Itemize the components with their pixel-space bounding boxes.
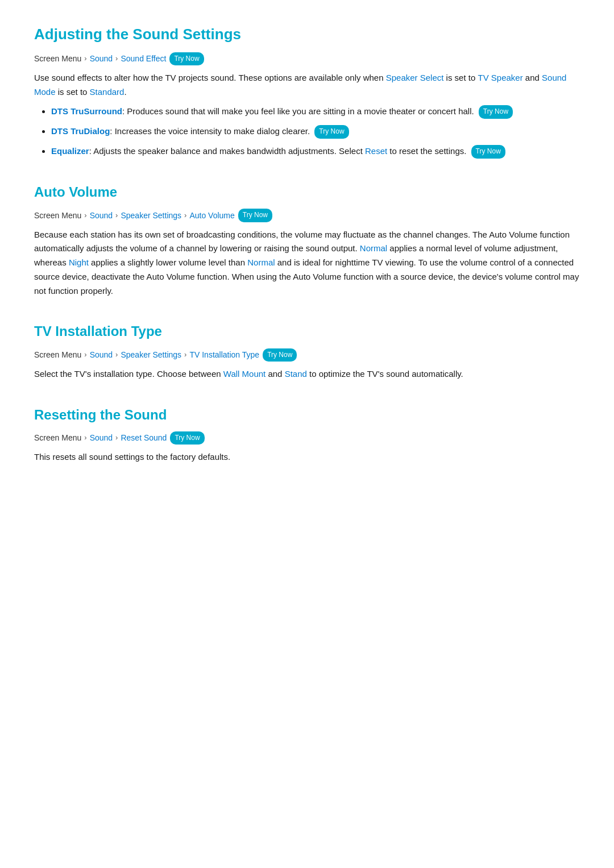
breadcrumb-tv-installation-type[interactable]: TV Installation Type [189,348,259,361]
try-now-dts-trudialog[interactable]: Try Now [314,125,349,139]
breadcrumb-auto-volume[interactable]: Auto Volume [189,209,234,222]
term-dts-trudialog: DTS TruDialog [51,126,110,136]
breadcrumb-sound-2[interactable]: Sound [90,209,113,222]
heading-tv-installation: TV Installation Type [34,321,580,342]
heading-adjusting-sound: Adjusting the Sound Settings [34,23,580,47]
breadcrumb-sound-1[interactable]: Sound [90,52,113,65]
bullet-equalizer: Equalizer: Adjusts the speaker balance a… [51,144,580,159]
sep7: › [115,349,118,361]
link-speaker-select[interactable]: Speaker Select [386,73,444,82]
section-auto-volume: Auto Volume Screen Menu › Sound › Speake… [34,181,580,298]
breadcrumb-sound-3[interactable]: Sound [90,348,113,361]
sep8: › [184,349,186,361]
link-normal-1[interactable]: Normal [360,243,387,253]
breadcrumb-auto-volume: Screen Menu › Sound › Speaker Settings ›… [34,209,580,222]
breadcrumb-adjusting-sound: Screen Menu › Sound › Sound Effect Try N… [34,52,580,65]
link-reset[interactable]: Reset [365,146,387,156]
section-tv-installation: TV Installation Type Screen Menu › Sound… [34,321,580,381]
link-wall-mount[interactable]: Wall Mount [223,369,265,379]
bullet-dts-trusurround: DTS TruSurround: Produces sound that wil… [51,105,580,119]
section-resetting-sound: Resetting the Sound Screen Menu › Sound … [34,404,580,464]
heading-resetting-sound: Resetting the Sound [34,404,580,426]
try-now-tv-installation[interactable]: Try Now [263,348,297,362]
term-equalizer: Equalizer [51,146,89,156]
breadcrumb-screen-menu-2: Screen Menu [34,209,81,222]
bullet-dts-trudialog: DTS TruDialog: Increases the voice inten… [51,124,580,139]
body-resetting-sound: This resets all sound settings to the fa… [34,450,580,464]
sep1: › [84,53,86,65]
sep4: › [115,210,118,222]
breadcrumb-screen-menu-4: Screen Menu [34,431,81,444]
breadcrumb-reset-sound[interactable]: Reset Sound [121,431,167,444]
link-standard[interactable]: Standard [90,87,125,97]
sep6: › [84,349,86,361]
section-adjusting-sound: Adjusting the Sound Settings Screen Menu… [34,23,580,159]
term-dts-trusurround: DTS TruSurround [51,106,122,116]
link-stand[interactable]: Stand [285,369,307,379]
breadcrumb-screen-menu-3: Screen Menu [34,348,81,361]
breadcrumb-sound-4[interactable]: Sound [90,431,113,444]
heading-auto-volume: Auto Volume [34,181,580,203]
breadcrumb-tv-installation: Screen Menu › Sound › Speaker Settings ›… [34,348,580,362]
try-now-sound-effect[interactable]: Try Now [169,52,204,65]
link-tv-speaker[interactable]: TV Speaker [478,73,522,82]
breadcrumb-speaker-settings-2[interactable]: Speaker Settings [121,348,181,361]
try-now-auto-volume[interactable]: Try Now [238,209,272,222]
body-adjusting-sound: Use sound effects to alter how the TV pr… [34,71,580,99]
bullet-list-adjusting-sound: DTS TruSurround: Produces sound that wil… [51,105,580,159]
link-normal-2[interactable]: Normal [247,258,275,267]
try-now-reset-sound[interactable]: Try Now [170,431,204,445]
breadcrumb-sound-effect[interactable]: Sound Effect [121,52,166,65]
sep9: › [84,432,86,444]
breadcrumb-resetting-sound: Screen Menu › Sound › Reset Sound Try No… [34,431,580,445]
body-tv-installation: Select the TV's installation type. Choos… [34,367,580,381]
sep5: › [184,210,186,222]
sep3: › [84,210,86,222]
sep10: › [115,432,118,444]
body-auto-volume: Because each station has its own set of … [34,228,580,298]
breadcrumb-screen-menu: Screen Menu [34,52,81,65]
try-now-equalizer[interactable]: Try Now [471,145,505,159]
breadcrumb-speaker-settings-1[interactable]: Speaker Settings [121,209,181,222]
link-night[interactable]: Night [69,258,89,267]
sep2: › [115,53,118,65]
try-now-dts-trusurround[interactable]: Try Now [479,105,513,119]
